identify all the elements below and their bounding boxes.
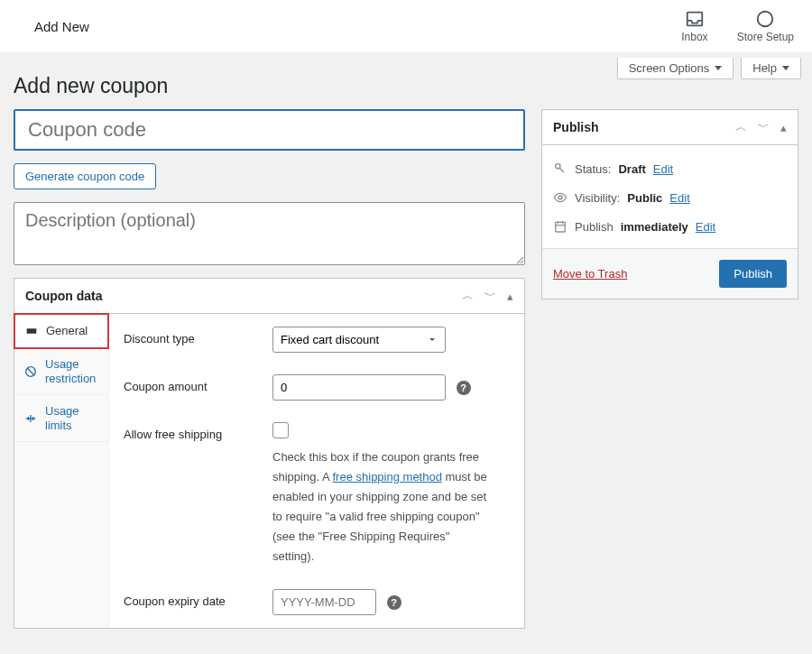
panel-collapse-icon[interactable]: ▴ — [780, 121, 787, 134]
status-row: Status: Draft Edit — [553, 154, 787, 183]
move-to-trash-link[interactable]: Move to Trash — [553, 267, 627, 281]
key-icon — [553, 161, 567, 176]
inbox-button[interactable]: Inbox — [681, 9, 707, 43]
store-setup-label: Store Setup — [737, 31, 794, 43]
eye-icon — [553, 190, 567, 205]
screen-options-label: Screen Options — [629, 61, 710, 75]
svg-point-1 — [758, 12, 773, 27]
free-shipping-checkbox[interactable] — [272, 422, 289, 438]
free-shipping-method-link[interactable]: free shipping method — [333, 470, 442, 484]
edit-status-link[interactable]: Edit — [653, 162, 673, 176]
caret-down-icon — [715, 66, 722, 70]
panel-up-icon[interactable]: ︿ — [735, 119, 747, 135]
inbox-icon — [685, 9, 705, 29]
tab-general[interactable]: General — [14, 313, 109, 349]
generate-coupon-code-button[interactable]: Generate coupon code — [14, 163, 156, 189]
help-icon[interactable]: ? — [387, 595, 401, 610]
sliders-icon — [23, 411, 38, 426]
store-setup-icon — [755, 9, 775, 29]
help-label: Help — [752, 61, 777, 75]
coupon-data-header: Coupon data ︿ ﹀ ▴ — [14, 279, 524, 314]
panel-down-icon[interactable]: ﹀ — [758, 119, 770, 135]
top-bar-actions: Inbox Store Setup — [681, 9, 794, 43]
coupon-data-panel: Coupon data ︿ ﹀ ▴ General Usage restrict… — [14, 278, 525, 629]
tab-label: Usage restriction — [45, 357, 99, 385]
top-bar: Add New Inbox Store Setup — [0, 0, 812, 52]
discount-type-select[interactable]: Fixed cart discount — [272, 327, 446, 353]
coupon-amount-label: Coupon amount — [124, 374, 272, 393]
caret-down-icon — [782, 66, 789, 70]
coupon-data-title: Coupon data — [25, 289, 103, 303]
top-bar-title: Add New — [34, 19, 89, 34]
ticket-icon — [24, 324, 39, 338]
free-shipping-label: Allow free shipping — [124, 422, 272, 441]
visibility-row: Visibility: Public Edit — [553, 183, 787, 212]
svg-rect-10 — [556, 222, 566, 232]
panel-collapse-icon[interactable]: ▴ — [507, 290, 513, 303]
edit-publish-time-link[interactable]: Edit — [696, 220, 715, 234]
calendar-icon — [553, 219, 567, 234]
expiry-label: Coupon expiry date — [124, 589, 272, 608]
expiry-date-input[interactable] — [272, 589, 376, 615]
description-textarea[interactable] — [14, 202, 525, 265]
coupon-code-input[interactable] — [14, 109, 525, 151]
panel-down-icon[interactable]: ﹀ — [484, 288, 496, 304]
inbox-label: Inbox — [681, 31, 707, 43]
publish-title: Publish — [553, 120, 599, 134]
edit-visibility-link[interactable]: Edit — [669, 191, 689, 205]
help-button[interactable]: Help — [741, 58, 801, 79]
tab-usage-restriction[interactable]: Usage restriction — [14, 348, 108, 395]
ban-icon — [23, 364, 38, 379]
tab-label: Usage limits — [45, 404, 99, 432]
publish-time-row: Publish immediately Edit — [553, 212, 787, 241]
tab-label: General — [46, 324, 88, 338]
store-setup-button[interactable]: Store Setup — [737, 9, 794, 43]
publish-panel: Publish ︿ ﹀ ▴ Status: Draft Edit Visibil… — [541, 109, 798, 299]
tab-usage-limits[interactable]: Usage limits — [14, 395, 108, 442]
svg-line-3 — [27, 368, 34, 375]
panel-up-icon[interactable]: ︿ — [462, 288, 474, 304]
coupon-tabs: General Usage restriction Usage limits — [14, 314, 109, 628]
publish-button[interactable]: Publish — [719, 260, 787, 288]
coupon-amount-input[interactable] — [272, 374, 446, 401]
free-shipping-hint: Check this box if the coupon grants free… — [272, 447, 494, 567]
svg-point-9 — [558, 196, 562, 199]
screen-options-button[interactable]: Screen Options — [617, 58, 734, 79]
help-icon[interactable]: ? — [457, 381, 471, 395]
discount-type-label: Discount type — [124, 327, 272, 345]
